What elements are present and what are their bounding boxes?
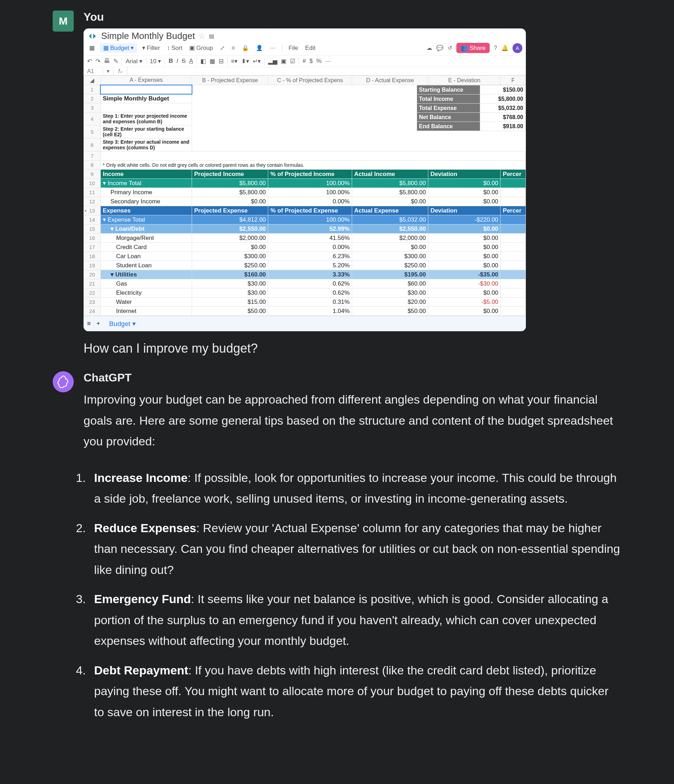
- profile-avatar[interactable]: A: [512, 43, 522, 53]
- border-icon[interactable]: ▦: [210, 58, 215, 65]
- dollar-icon[interactable]: $: [310, 58, 313, 65]
- col-b[interactable]: B - Projected Expense: [192, 76, 268, 85]
- more-format-icon[interactable]: ⋯: [325, 58, 331, 65]
- format-toolbar: ↶ ↷ 🖶 ✎ Arial ▾ 10 ▾ B I S A ◧ ▦ ⊟ ≡▾ ⬍▾: [84, 56, 526, 67]
- table-row: 12Secondary Income$0.000.00%$0.00$0.00: [84, 197, 526, 206]
- merge-icon[interactable]: ⊟: [219, 58, 224, 65]
- file-menu[interactable]: File: [286, 44, 300, 52]
- sort-button[interactable]: ↕ Sort: [165, 44, 185, 52]
- expense-header-row: ▪13 Expenses Projected Expense % of Proj…: [84, 206, 526, 215]
- tool-icon-1[interactable]: ⤢: [218, 44, 227, 52]
- utilities-row: 20 ▾ Utilities $160.00 3.33% $195.00 -$3…: [84, 270, 526, 279]
- svg-marker-1: [93, 33, 96, 39]
- income-header-row: 9 Income Projected Income % of Projected…: [84, 170, 526, 179]
- views-icon[interactable]: ▦: [87, 44, 97, 52]
- italic-icon[interactable]: I: [177, 58, 178, 65]
- fx-dropdown[interactable]: ▾: [103, 67, 113, 75]
- edit-menu[interactable]: Edit: [303, 44, 317, 52]
- bell-icon[interactable]: 🔔: [501, 45, 508, 51]
- col-c[interactable]: C - % of Projected Expens: [268, 76, 352, 85]
- sheet-footer: ≡ + Budget ▾: [84, 316, 526, 331]
- income-total-row: 10 ▾ Income Total $5,800.00 100.00% $5,8…: [84, 179, 526, 188]
- hash-icon[interactable]: #: [303, 58, 306, 65]
- table-row: 22Electricity$30.000.62%$30.00$0.00: [84, 288, 526, 297]
- image-icon[interactable]: ▣: [281, 58, 286, 65]
- valign-icon[interactable]: ⬍▾: [241, 58, 249, 65]
- folder-icon[interactable]: ▤: [209, 33, 214, 39]
- strike-icon[interactable]: S: [182, 58, 185, 65]
- comment-icon[interactable]: 💬: [436, 45, 443, 51]
- col-e[interactable]: E - Deviation: [428, 76, 501, 85]
- col-d[interactable]: D - Actual Expense: [352, 76, 428, 85]
- bot-intro: Improving your budget can be approached …: [84, 389, 621, 452]
- sheet-tab[interactable]: Budget ▾: [106, 317, 139, 330]
- table-row: 23Water$15.000.31%$20.00-$5.00: [84, 297, 526, 306]
- table-row: 19Student Loan$250.005.20%$250.00$0.00: [84, 261, 526, 270]
- wrap-icon[interactable]: ↵▾: [253, 58, 261, 65]
- formula-bar: A1 ▾ fₓ: [84, 67, 526, 76]
- user-question: How can I improve my budget?: [84, 341, 621, 356]
- cloud-icon[interactable]: ☁: [427, 45, 432, 51]
- table-row: 18Car Loan$300.006.23%$300.00$0.00: [84, 252, 526, 261]
- doc-title[interactable]: Simple Monthly Budget: [101, 31, 195, 42]
- lock-icon[interactable]: 🔒: [240, 44, 251, 52]
- undo-icon[interactable]: ↶: [87, 58, 92, 65]
- textcolor-icon[interactable]: A: [189, 58, 193, 65]
- spreadsheet-grid[interactable]: ◢ A - Expenses B - Projected Expense C -…: [84, 76, 526, 316]
- bold-icon[interactable]: B: [169, 58, 173, 65]
- user-message: M You Simple Monthly Budget ☆ ▤ ▦ ▦ Budg…: [53, 11, 621, 356]
- share-button[interactable]: 👥 Share: [457, 43, 490, 53]
- spreadsheet-attachment[interactable]: Simple Monthly Budget ☆ ▤ ▦ ▦ Budget ▾ ▾…: [84, 28, 526, 331]
- titlebar: Simple Monthly Budget ☆ ▤: [84, 28, 526, 42]
- table-row: 16Morgage/Rent$2,000.0041.56%$2,000.00$0…: [84, 233, 526, 243]
- history-icon[interactable]: ↺: [447, 45, 452, 51]
- group-button[interactable]: ▣ Group: [187, 44, 215, 52]
- help-icon[interactable]: ?: [494, 45, 497, 51]
- print-icon[interactable]: 🖶: [104, 58, 110, 65]
- add-sheet-icon[interactable]: +: [96, 320, 100, 327]
- more-icon[interactable]: ⋯: [268, 44, 278, 52]
- col-a[interactable]: A - Expenses: [100, 76, 192, 85]
- chart-icon[interactable]: ▂▅: [268, 58, 277, 65]
- list-item: Reduce Expenses: Review your 'Actual Exp…: [89, 518, 621, 581]
- loan-row: 15 ▾ Loan/Debt $2,550.00 52.99% $2,550.0…: [84, 224, 526, 233]
- formula-input[interactable]: [127, 71, 526, 72]
- table-row: 24Internet$50.001.04%$50.00$0.00: [84, 306, 526, 316]
- checkbox-icon[interactable]: ☑: [290, 58, 295, 65]
- toolbar: ▦ ▦ Budget ▾ ▾ Filter ↕ Sort ▣ Group ⤢ ≡…: [84, 42, 526, 56]
- tool-icon-2[interactable]: ≡: [230, 44, 237, 52]
- redo-icon[interactable]: ↷: [95, 58, 100, 65]
- person-icon[interactable]: 👤: [254, 44, 265, 52]
- menu-icon[interactable]: ≡: [87, 320, 91, 327]
- filter-button[interactable]: ▾ Filter: [140, 44, 162, 52]
- percent-icon[interactable]: %: [316, 58, 321, 65]
- list-item: Increase Income: If possible, look for o…: [89, 468, 621, 509]
- table-row: 17Credit Card$0.000.00%$0.00$0.00: [84, 243, 526, 252]
- fx-icon: fₓ: [113, 67, 127, 75]
- title-cell[interactable]: Simple Monthly Budget: [100, 94, 192, 103]
- fill-icon[interactable]: ◧: [200, 58, 206, 65]
- corner-cell[interactable]: ◢: [84, 76, 101, 85]
- app-logo-icon: [87, 31, 98, 42]
- paint-icon[interactable]: ✎: [113, 58, 118, 65]
- star-icon[interactable]: ☆: [198, 32, 205, 41]
- cell-ref[interactable]: A1: [84, 67, 103, 75]
- bot-avatar: [53, 371, 74, 392]
- bot-name: ChatGPT: [84, 371, 621, 384]
- expense-total-row: 14 ▾ Expense Total $4,812.00 100.00% $5,…: [84, 215, 526, 224]
- list-item: Emergency Fund: It seems like your net b…: [89, 589, 621, 652]
- halign-icon[interactable]: ≡▾: [231, 58, 238, 65]
- table-row: 11Primary Income$5,800.00100.00%$5,800.0…: [84, 188, 526, 197]
- cell-a1[interactable]: [100, 85, 192, 94]
- user-avatar: M: [53, 11, 74, 32]
- svg-marker-0: [89, 33, 92, 39]
- bot-message: ChatGPT Improving your budget can be app…: [53, 371, 621, 731]
- sheet-tab-button[interactable]: ▦ Budget ▾: [100, 43, 137, 53]
- font-select[interactable]: Arial ▾: [126, 58, 143, 65]
- tips-list: Increase Income: If possible, look for o…: [84, 468, 621, 723]
- user-name: You: [84, 11, 621, 23]
- col-f[interactable]: F: [501, 76, 526, 85]
- summary-box: Starting Balance$150.00 Total Income$5,8…: [417, 85, 526, 131]
- fontsize-select[interactable]: 10 ▾: [150, 58, 162, 65]
- list-item: Debt Repayment: If you have debts with h…: [89, 660, 621, 723]
